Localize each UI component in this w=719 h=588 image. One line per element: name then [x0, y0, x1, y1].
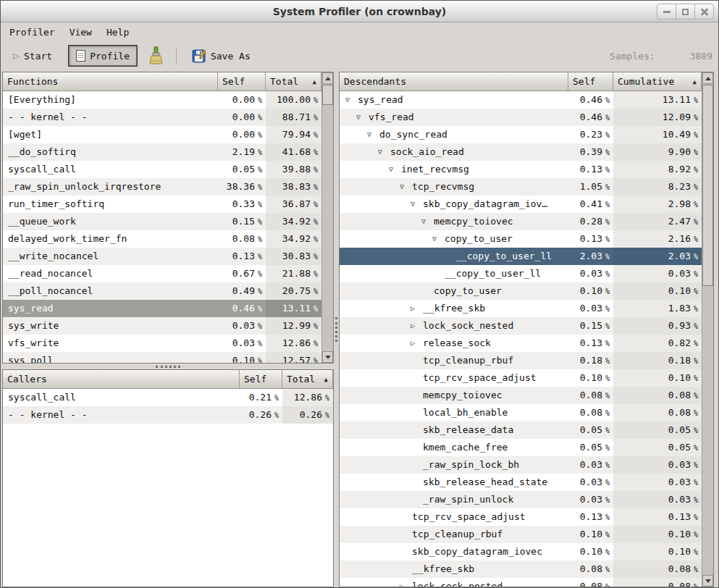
expander-expanded-icon[interactable]: ▽ — [345, 91, 358, 109]
table-row[interactable]: ▽memcpy_toiovec0.28%2.47% — [340, 213, 702, 230]
table-row[interactable]: [wget]0.00%79.94% — [3, 126, 321, 143]
table-row[interactable]: syscall_call0.21%12.86% — [3, 389, 333, 406]
menu-item-profiler[interactable]: Profiler — [2, 25, 62, 40]
self-column-header[interactable]: Self — [240, 370, 282, 389]
save-as-button[interactable]: Save As — [185, 45, 257, 67]
table-row[interactable]: ▽skb_copy_datagram_iov…0.41%2.98% — [340, 196, 702, 213]
table-row[interactable]: memcpy_toiovec0.08%0.08% — [340, 387, 702, 404]
expander-expanded-icon[interactable]: ▽ — [421, 213, 434, 230]
scrollbar-thumb[interactable] — [322, 85, 333, 105]
table-row[interactable]: ▽sock_aio_read0.39%9.90% — [340, 143, 702, 161]
start-button[interactable]: ▷ Start — [7, 47, 59, 65]
table-row[interactable]: ▽do_sync_read0.23%10.49% — [340, 126, 702, 143]
table-row[interactable]: ▽vfs_read0.46%12.09% — [340, 109, 702, 126]
self-column-header[interactable]: Self — [568, 72, 613, 91]
close-button[interactable] — [694, 4, 714, 20]
table-row[interactable]: skb_release_data0.05%0.05% — [340, 421, 702, 439]
table-row[interactable]: __read_nocancel0.67%21.88% — [3, 265, 321, 282]
expander-expanded-icon[interactable]: ▽ — [389, 161, 401, 178]
title-bar[interactable]: System Profiler (on crownbay) — [1, 1, 718, 22]
menu-item-view[interactable]: View — [62, 25, 99, 40]
table-row[interactable]: vfs_write0.03%12.86% — [3, 335, 321, 352]
expander-expanded-icon[interactable]: ▽ — [378, 143, 390, 161]
samples-label: Samples: — [610, 51, 655, 62]
table-row[interactable]: tcp_cleanup_rbuf0.18%0.18% — [340, 352, 702, 369]
table-row[interactable]: ▽tcp_recvmsg1.05%8.23% — [340, 178, 702, 196]
table-row[interactable]: __do_softirq2.19%41.68% — [3, 143, 321, 161]
table-row[interactable]: ▽sys_read0.46%13.11% — [340, 91, 702, 109]
table-row[interactable]: - - kernel - -0.00%88.71% — [3, 109, 321, 126]
descendants-column-header[interactable]: Descendants — [340, 72, 568, 91]
reset-button[interactable] — [146, 44, 166, 67]
expander-expanded-icon[interactable]: ▽ — [411, 196, 423, 213]
table-row[interactable]: __copy_to_user_ll0.03%0.03% — [340, 265, 702, 282]
maximize-button[interactable] — [676, 4, 695, 20]
table-row[interactable]: _raw_spin_lock_bh0.03%0.03% — [340, 456, 702, 474]
table-row[interactable]: __kfree_skb0.08%0.08% — [340, 560, 702, 578]
scrollbar-thumb[interactable] — [702, 85, 713, 286]
minimize-button[interactable] — [657, 4, 676, 20]
menu-item-help[interactable]: Help — [99, 25, 136, 40]
scroll-down-button[interactable] — [322, 351, 333, 363]
table-row[interactable]: ▽copy_to_user0.13%2.16% — [340, 230, 702, 248]
expander-expanded-icon[interactable]: ▽ — [356, 109, 369, 126]
table-row[interactable]: ▷lock_sock_nested0.15%0.93% — [340, 317, 702, 335]
table-row[interactable]: ▷release_sock0.13%0.82% — [340, 335, 702, 352]
expander-expanded-icon[interactable]: ▽ — [400, 178, 412, 196]
percent-unit: % — [605, 531, 610, 539]
table-row[interactable]: skb_release_head_state0.03%0.03% — [340, 474, 702, 491]
profile-button[interactable]: Profile — [69, 46, 137, 66]
table-row[interactable]: ▷__kfree_skb0.03%1.83% — [340, 300, 702, 317]
descendants-scrollbar[interactable] — [702, 72, 713, 587]
table-row[interactable]: ▷lock_sock_nested0.08%0.08% — [340, 578, 702, 587]
table-row[interactable]: _raw_spin_unlock_irqrestore38.36%38.83% — [3, 178, 321, 196]
table-row[interactable]: __queue_work0.15%34.92% — [3, 213, 321, 230]
table-row[interactable]: kmem_cache_free0.05%0.05% — [340, 439, 702, 456]
percent-unit: % — [605, 322, 610, 330]
self-column-header[interactable]: Self — [218, 72, 266, 91]
table-row[interactable]: __write_nocancel0.13%30.83% — [3, 248, 321, 265]
percent-unit: % — [314, 166, 318, 174]
scroll-down-button[interactable] — [702, 575, 713, 587]
table-row[interactable]: copy_to_user0.10%0.10% — [340, 282, 702, 300]
total-column-header[interactable]: Total ▲ — [282, 370, 333, 389]
table-row[interactable]: tcp_rcv_space_adjust0.10%0.10% — [340, 369, 702, 387]
percent-unit: % — [258, 183, 262, 191]
vertical-splitter[interactable] — [334, 72, 339, 587]
triangle-up-icon — [705, 77, 711, 80]
functions-column-header[interactable]: Functions — [3, 72, 218, 91]
table-row[interactable]: syscall_call0.05%39.88% — [3, 161, 321, 178]
table-row[interactable]: sys_read0.46%13.11% — [3, 300, 321, 317]
table-row[interactable]: local_bh_enable0.08%0.08% — [340, 404, 702, 421]
table-row[interactable]: __poll_nocancel0.49%20.75% — [3, 282, 321, 300]
functions-scrollbar[interactable] — [321, 72, 333, 363]
table-row[interactable]: sys_write0.03%12.99% — [3, 317, 321, 335]
table-row[interactable]: tcp_cleanup_rbuf0.10%0.10% — [340, 526, 702, 543]
percent-unit: % — [258, 340, 262, 348]
table-row[interactable]: sys_poll0.10%12.57% — [3, 352, 321, 364]
expander-collapsed-icon[interactable]: ▷ — [411, 300, 423, 317]
table-row[interactable]: run_timer_softirq0.33%36.87% — [3, 196, 321, 213]
table-row[interactable]: delayed_work_timer_fn0.08%34.92% — [3, 230, 321, 248]
table-row[interactable]: tcp_rcv_space_adjust0.13%0.13% — [340, 508, 702, 526]
expander-expanded-icon[interactable]: ▽ — [367, 126, 379, 143]
expander-collapsed-icon[interactable]: ▷ — [411, 335, 423, 352]
expander-collapsed-icon[interactable]: ▷ — [411, 317, 423, 335]
callers-column-header[interactable]: Callers — [3, 370, 240, 389]
cumulative-column-header[interactable]: Cumulative ▲ — [613, 72, 702, 91]
horizontal-splitter[interactable] — [2, 364, 334, 369]
self-value: 0.10% — [218, 352, 266, 364]
table-row[interactable]: [Everything]0.00%100.00% — [3, 91, 321, 109]
function-name-cell: __copy_to_user_ll — [340, 265, 568, 282]
expander-expanded-icon[interactable]: ▽ — [432, 230, 445, 248]
expander-collapsed-icon[interactable]: ▷ — [400, 578, 412, 587]
scroll-up-button[interactable] — [322, 72, 333, 84]
self-value: 0.05% — [218, 161, 266, 178]
table-row[interactable]: - - kernel - -0.26%0.26% — [3, 406, 333, 424]
table-row[interactable]: skb_copy_datagram_iovec0.10%0.10% — [340, 543, 702, 560]
table-row[interactable]: ▽inet_recvmsg0.13%8.92% — [340, 161, 702, 178]
table-row[interactable]: __copy_to_user_ll2.03%2.03% — [340, 248, 702, 265]
total-column-header[interactable]: Total ▲ — [266, 72, 321, 91]
scroll-up-button[interactable] — [702, 72, 713, 84]
table-row[interactable]: _raw_spin_unlock0.03%0.03% — [340, 491, 702, 508]
